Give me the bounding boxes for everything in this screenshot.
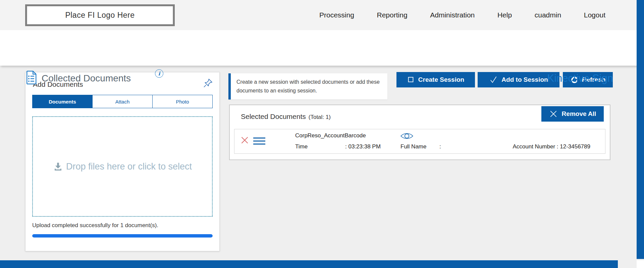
tab-photo-label: Photo [176, 99, 189, 105]
checkmark-icon [489, 75, 498, 84]
document-name: CorpReso_AccountBarcode [295, 132, 366, 139]
nav-item-help[interactable]: Help [497, 11, 512, 19]
account-number-text: Account Number : 12-3456789 [513, 143, 590, 150]
session-info-note: Create a new session with selected docum… [228, 73, 387, 99]
selected-documents-panel: Selected Documents (Total: 1) Remove All… [229, 105, 610, 160]
create-session-button[interactable]: Create Session [396, 72, 475, 87]
preview-eye-icon[interactable] [400, 131, 414, 141]
brand-name: Kinective Sign [547, 72, 613, 84]
create-session-label: Create Session [418, 76, 464, 83]
nav-item-username[interactable]: cuadmin [535, 11, 561, 19]
page-title: Collected Documents [42, 73, 131, 84]
time-value: : 03:23:38 PM [345, 143, 381, 150]
nav-item-logout[interactable]: Logout [584, 11, 605, 19]
nav-item-processing[interactable]: Processing [319, 11, 354, 19]
upload-progress-bar [32, 234, 213, 238]
x-icon [549, 110, 558, 118]
document-row: CorpReso_AccountBarcode Time : 03:23:38 … [234, 129, 605, 154]
right-edge-corner [637, 260, 644, 268]
square-icon [407, 76, 415, 83]
upload-progress-fill [32, 234, 213, 238]
tab-documents[interactable]: Documents [33, 95, 92, 108]
fi-logo-text: Place FI Logo Here [65, 11, 135, 20]
document-list-icon [25, 70, 37, 84]
download-icon [53, 161, 63, 172]
top-bar: Place FI Logo Here Processing Reporting … [0, 0, 644, 30]
page-title-band: Collected Documents i Kinective Sign [0, 30, 644, 66]
remove-all-button[interactable]: Remove All [541, 106, 604, 122]
drag-handle-icon[interactable] [253, 137, 266, 145]
remove-document-icon[interactable] [240, 136, 249, 145]
full-name-value: : [439, 143, 441, 150]
selected-documents-title: Selected Documents [241, 113, 306, 121]
dropzone-text: Drop files here or click to select [66, 161, 192, 172]
upload-status-text: Upload completed successfully for 1 docu… [32, 222, 158, 229]
selected-documents-total: (Total: 1) [309, 114, 331, 121]
add-to-session-label: Add to Session [501, 76, 548, 83]
tab-photo[interactable]: Photo [152, 95, 212, 108]
footer-bar [0, 260, 618, 268]
tab-attach-label: Attach [115, 99, 130, 105]
add-documents-tabs: Documents Attach Photo [32, 95, 213, 108]
full-name-label: Full Name [400, 143, 426, 150]
right-edge-stripe [637, 0, 644, 259]
selected-documents-header: Selected Documents (Total: 1) [241, 113, 331, 121]
app-window: Place FI Logo Here Processing Reporting … [0, 0, 644, 268]
tab-documents-label: Documents [49, 99, 76, 105]
pin-icon[interactable] [203, 78, 213, 88]
tab-attach[interactable]: Attach [92, 95, 152, 108]
top-navigation: Processing Reporting Administration Help… [319, 0, 605, 30]
nav-item-administration[interactable]: Administration [430, 11, 475, 19]
session-info-text: Create a new session with selected docum… [236, 79, 380, 93]
fi-logo-placeholder: Place FI Logo Here [25, 4, 175, 26]
nav-item-reporting[interactable]: Reporting [377, 11, 408, 19]
file-dropzone[interactable]: Drop files here or click to select [32, 116, 213, 217]
time-label: Time [295, 143, 308, 150]
remove-all-label: Remove All [562, 110, 596, 118]
info-icon[interactable]: i [155, 69, 163, 78]
add-documents-panel: Add Documents Documents Attach Photo [25, 72, 220, 251]
